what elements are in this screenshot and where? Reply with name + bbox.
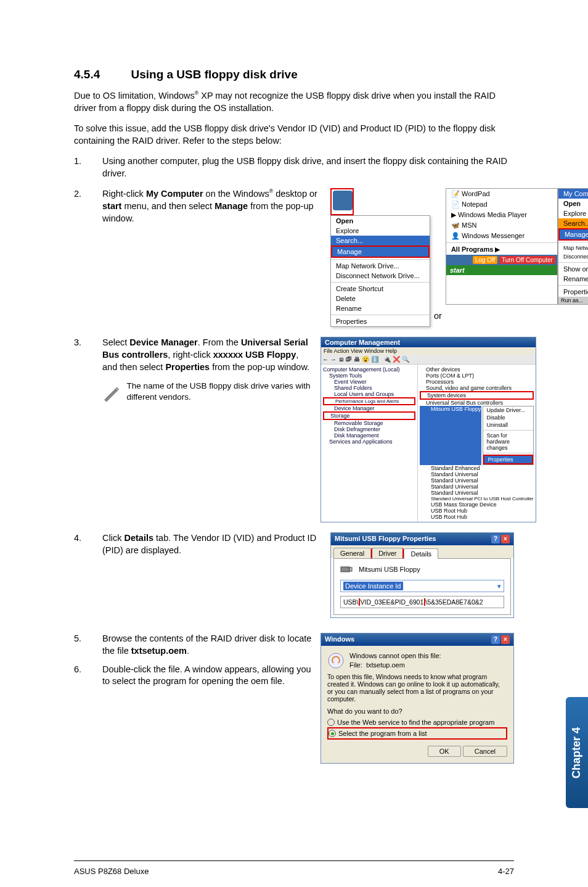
devmgr-toolbar[interactable]: ← → 🗉 🗊 🖶 😮 ℹ️ 🔌 ❌ 🔍 <box>321 355 536 365</box>
t: Windows Messenger <box>462 232 525 239</box>
devmgr-menubar[interactable]: File Action View Window Help <box>321 347 536 355</box>
ctx-update[interactable]: Update Driver... <box>483 406 533 414</box>
startmenu-winmsg[interactable]: 👤 Windows Messenger <box>446 231 557 241</box>
radio-web-service[interactable]: Use the Web service to find the appropri… <box>327 717 507 727</box>
tree-item[interactable]: Local Users and Groups <box>323 391 415 397</box>
tree-item[interactable]: Event Viewer <box>323 379 415 385</box>
footer-right: 4-27 <box>498 867 514 876</box>
logoff-button[interactable]: Log Off <box>473 256 498 264</box>
tree-item[interactable]: Standard Enhanced <box>420 465 534 471</box>
tree-item[interactable]: Storage <box>323 411 415 420</box>
close-icon[interactable]: × <box>501 635 510 644</box>
tree-item[interactable]: USB Mass Storage Device <box>420 501 534 508</box>
combo-text: Device Instance Id <box>343 582 403 590</box>
menu-create-shortcut[interactable]: Create Shortcut <box>331 284 430 294</box>
ctx-properties[interactable]: Properties <box>484 456 532 463</box>
or-separator: or <box>434 311 442 327</box>
tree-item[interactable]: Standard Universal <box>420 477 534 484</box>
tree-item[interactable]: Performance Logs and Alerts <box>323 397 415 405</box>
step-4: 4. Click Details tab. The Vendor ID (VID… <box>74 532 324 556</box>
start-button[interactable]: start <box>446 265 557 275</box>
t: Right-click <box>102 189 146 199</box>
tree-item[interactable]: Shared Folders <box>323 385 415 391</box>
tree-item[interactable]: System Tools <box>323 373 415 379</box>
menu-search[interactable]: Search... <box>331 236 430 245</box>
turnoff-button[interactable]: Turn Off Computer <box>499 256 555 264</box>
startmenu-msn[interactable]: 🦋 MSN <box>446 220 557 231</box>
tree-item[interactable]: Removable Storage <box>323 420 415 426</box>
tree-item[interactable]: Computer Management (Local) <box>323 366 415 373</box>
tab-driver[interactable]: Driver <box>371 548 404 558</box>
tree-item[interactable]: Ports (COM & LPT) <box>420 373 534 379</box>
submenu-search[interactable]: Search... <box>558 218 588 228</box>
startmenu-allprograms[interactable]: All Programs ▶ <box>446 244 557 255</box>
tree-item[interactable]: Sound, video and game controllers <box>420 385 534 391</box>
devmgr-tree-left[interactable]: Computer Management (Local) System Tools… <box>321 365 418 522</box>
ctx-scan[interactable]: Scan for hardware changes <box>483 432 533 452</box>
startmenu-wordpad[interactable]: 📝 WordPad <box>446 189 557 199</box>
context-menu-figure: Open Explore Search... Manage Map Networ… <box>330 188 430 327</box>
submenu-open[interactable]: Open <box>558 199 588 208</box>
menu-explore[interactable]: Explore <box>331 226 430 236</box>
intro-paragraph-2: To solve this issue, add the USB floppy … <box>74 123 514 147</box>
tree-item[interactable]: Standard Universal <box>420 484 534 490</box>
properties-dialog-figure: Mitsumi USB Floppy Properties ?× General… <box>330 532 514 618</box>
submenu-discnet[interactable]: Disconnect Network Drive... <box>558 252 588 261</box>
file-icon <box>327 652 345 669</box>
tree-item[interactable]: System devices <box>420 391 534 400</box>
submenu-runas[interactable]: Run as... <box>558 297 588 304</box>
menu-open[interactable]: Open <box>331 216 430 226</box>
close-icon[interactable]: × <box>501 535 510 543</box>
submenu-rename[interactable]: Rename <box>558 274 588 284</box>
section-title: Using a USB floppy disk drive <box>131 68 297 81</box>
tree-item[interactable]: Standard Universal PCI to USB Host Contr… <box>420 496 534 501</box>
ctx-uninstall[interactable]: Uninstall <box>483 421 533 429</box>
submenu-showdesk[interactable]: Show on Desktop <box>558 264 588 274</box>
tab-general[interactable]: General <box>333 548 371 558</box>
opt2-label: Select the program from a list <box>338 730 427 737</box>
cancel-button[interactable]: Cancel <box>463 746 507 757</box>
menu-map-network[interactable]: Map Network Drive... <box>331 261 430 271</box>
submenu-mycomputer[interactable]: My Computer <box>558 189 588 199</box>
t: Open <box>336 217 353 225</box>
tree-item[interactable]: Disk Defragmenter <box>323 426 415 432</box>
propdlg-title: Mitsumi USB Floppy Properties <box>335 535 436 543</box>
device-instance-combo[interactable]: Device Instance Id ▾ <box>340 580 504 592</box>
t: . From the <box>198 337 241 347</box>
t: desktop or <box>273 189 317 199</box>
tree-item[interactable]: Universal Serial Bus controllers <box>420 400 534 406</box>
submenu-mapnet[interactable]: Map Network Drive... <box>558 244 588 252</box>
menu-properties[interactable]: Properties <box>331 316 430 326</box>
ok-button[interactable]: OK <box>428 746 461 757</box>
tab-details[interactable]: Details <box>404 548 438 559</box>
tree-item[interactable]: Standard Universal <box>420 490 534 496</box>
tree-item-selected[interactable]: Mitsumi USB Floppy <box>420 406 481 465</box>
help-icon[interactable]: ? <box>491 535 500 543</box>
device-instance-value: USB\VID_03EE&PID_6901\5&35EDA8E7&0&2 <box>340 596 504 608</box>
step-2: 2. Right-click My Computer on the Window… <box>74 188 324 225</box>
tree-item[interactable]: USB Root Hub <box>420 508 534 514</box>
startmenu-notepad[interactable]: 📄 Notepad <box>446 199 557 210</box>
submenu-explore[interactable]: Explore <box>558 208 588 218</box>
t: All Programs <box>451 245 493 253</box>
menu-delete[interactable]: Delete <box>331 294 430 303</box>
tree-item[interactable]: Disk Management <box>323 432 415 439</box>
tree-item[interactable]: USB Root Hub <box>420 514 534 520</box>
radio-select-list[interactable]: Select the program from a list <box>329 728 506 738</box>
menu-disconnect-network[interactable]: Disconnect Network Drive... <box>331 271 430 281</box>
t: , right-click <box>168 350 213 360</box>
devmgr-tree-right[interactable]: Other devices Ports (COM & LPT) Processo… <box>418 365 536 522</box>
tree-item[interactable]: Device Manager <box>323 405 415 411</box>
tree-item[interactable]: Other devices <box>420 366 534 373</box>
startmenu-wmp[interactable]: ▶ Windows Media Player <box>446 210 557 220</box>
submenu-manage[interactable]: Manage <box>560 229 588 239</box>
submenu-props[interactable]: Properties <box>558 287 588 297</box>
tree-item[interactable]: Standard Universal <box>420 471 534 477</box>
menu-rename[interactable]: Rename <box>331 303 430 313</box>
ctx-disable[interactable]: Disable <box>483 414 533 421</box>
tree-item[interactable]: Processors <box>420 379 534 385</box>
t: xxxxxx USB Floppy <box>213 350 296 360</box>
tree-item[interactable]: Services and Applications <box>323 439 415 445</box>
menu-manage[interactable]: Manage <box>332 247 428 257</box>
help-icon[interactable]: ? <box>491 635 500 644</box>
